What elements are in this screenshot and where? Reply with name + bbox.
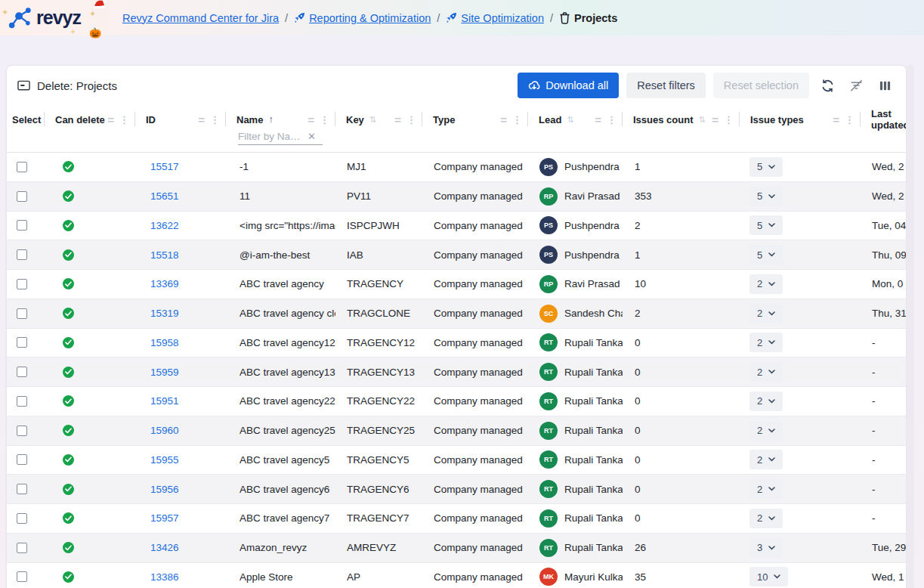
- drag-handle-icon[interactable]: =: [107, 113, 113, 126]
- project-id-link[interactable]: 15960: [150, 425, 179, 436]
- issue-types-dropdown[interactable]: 5: [749, 245, 783, 265]
- issue-types-dropdown[interactable]: 2: [749, 274, 783, 294]
- column-menu-icon[interactable]: ⋮: [210, 114, 220, 125]
- column-header-id[interactable]: ID = ⋮: [135, 108, 226, 131]
- issue-types-dropdown[interactable]: 2: [749, 421, 783, 441]
- column-menu-icon[interactable]: ⋮: [845, 114, 854, 125]
- row-checkbox[interactable]: [17, 249, 27, 260]
- project-id-link[interactable]: 15651: [150, 190, 179, 202]
- lead-avatar: PS: [539, 158, 558, 176]
- sort-icon[interactable]: ⇅: [567, 115, 573, 125]
- issue-types-dropdown[interactable]: 2: [749, 509, 783, 528]
- revyz-logo: ✦ ✦ ✦ revyz 🎃: [0, 6, 113, 30]
- sort-ascending-icon[interactable]: ↑: [268, 114, 273, 125]
- row-checkbox[interactable]: [17, 571, 27, 582]
- column-settings-button[interactable]: [874, 74, 895, 97]
- column-menu-icon[interactable]: ⋮: [724, 114, 734, 125]
- project-id-link[interactable]: 15957: [150, 512, 179, 524]
- last-updated-value: Thu, 09: [861, 249, 906, 261]
- breadcrumb-link-site-optimization[interactable]: Site Optimization: [461, 12, 544, 24]
- breadcrumb-link-command-center[interactable]: Revyz Command Center for Jira: [122, 12, 279, 24]
- drag-handle-icon[interactable]: =: [198, 113, 204, 126]
- chevron-down-icon: [768, 546, 775, 550]
- issue-types-dropdown[interactable]: 2: [749, 479, 783, 499]
- row-checkbox[interactable]: [17, 543, 27, 553]
- project-id-link[interactable]: 15518: [150, 249, 179, 261]
- drag-handle-icon[interactable]: =: [394, 113, 400, 126]
- issue-types-dropdown[interactable]: 3: [749, 538, 783, 558]
- drag-handle-icon[interactable]: =: [500, 113, 506, 126]
- issue-types-dropdown[interactable]: 5: [749, 187, 783, 206]
- row-checkbox[interactable]: [17, 513, 27, 524]
- column-header-issue-types[interactable]: Issue types = ⋮: [740, 108, 861, 131]
- column-menu-icon[interactable]: ⋮: [320, 114, 329, 125]
- column-header-lead[interactable]: Lead ⇅ = ⋮: [528, 108, 623, 131]
- lead-name: Mayuri Kulkarni: [564, 571, 623, 583]
- clear-filter-icon[interactable]: ✕: [307, 131, 316, 142]
- row-checkbox[interactable]: [17, 484, 27, 494]
- row-checkbox[interactable]: [17, 220, 27, 231]
- download-all-button[interactable]: Download all: [518, 73, 619, 98]
- column-header-can-delete[interactable]: Can delete = ⋮: [45, 108, 135, 131]
- refresh-button[interactable]: [817, 74, 838, 97]
- column-menu-icon[interactable]: ⋮: [607, 114, 617, 125]
- drag-handle-icon[interactable]: =: [595, 113, 601, 126]
- last-updated-value: Tue, 29: [861, 542, 906, 553]
- clear-filters-button[interactable]: [845, 74, 867, 97]
- project-id-link[interactable]: 15959: [150, 367, 179, 378]
- project-key: ISPCPJWH: [335, 220, 422, 231]
- row-checkbox[interactable]: [17, 279, 27, 289]
- sort-icon[interactable]: ⇅: [698, 115, 705, 125]
- drag-handle-icon[interactable]: =: [833, 113, 839, 126]
- column-header-type[interactable]: Type = ⋮: [422, 108, 528, 131]
- sort-icon[interactable]: ⇅: [369, 115, 376, 125]
- column-menu-icon[interactable]: ⋮: [119, 114, 129, 125]
- row-checkbox[interactable]: [17, 367, 27, 377]
- issue-types-dropdown[interactable]: 2: [749, 362, 783, 382]
- last-updated-value: Wed, 2: [861, 190, 906, 202]
- issue-types-dropdown[interactable]: 5: [749, 215, 783, 235]
- project-id-link[interactable]: 13622: [150, 220, 179, 231]
- issue-types-dropdown[interactable]: 2: [749, 304, 783, 323]
- drag-handle-icon[interactable]: =: [712, 113, 718, 126]
- project-id-link[interactable]: 13369: [150, 278, 179, 289]
- row-checkbox[interactable]: [17, 191, 27, 202]
- column-menu-icon[interactable]: ⋮: [406, 114, 416, 125]
- issues-count-value: 1: [623, 161, 740, 172]
- can-delete-check-icon: [63, 190, 74, 202]
- project-name: 11: [226, 190, 335, 202]
- breadcrumb: Revyz Command Center for Jira / Reportin…: [122, 12, 617, 24]
- project-id-link[interactable]: 13426: [150, 542, 179, 553]
- project-id-link[interactable]: 13386: [150, 571, 179, 583]
- project-id-link[interactable]: 15958: [150, 337, 179, 348]
- reset-filters-button[interactable]: Reset filters: [626, 73, 706, 98]
- project-id-link[interactable]: 15517: [150, 161, 179, 172]
- vertical-scrollbar[interactable]: [907, 65, 914, 588]
- issue-types-dropdown[interactable]: 2: [749, 333, 783, 352]
- row-checkbox[interactable]: [17, 162, 27, 172]
- project-key: TRAGENCY5: [335, 454, 422, 466]
- issue-types-dropdown[interactable]: 2: [749, 450, 783, 469]
- row-checkbox[interactable]: [17, 426, 27, 436]
- row-checkbox[interactable]: [17, 396, 27, 407]
- row-checkbox[interactable]: [17, 454, 27, 465]
- row-checkbox[interactable]: [17, 337, 27, 348]
- drag-handle-icon[interactable]: =: [307, 113, 314, 126]
- issues-count-value: 0: [623, 512, 740, 524]
- project-id-link[interactable]: 15951: [150, 395, 179, 407]
- column-menu-icon[interactable]: ⋮: [512, 114, 522, 125]
- issue-types-dropdown[interactable]: 5: [749, 157, 783, 177]
- name-filter-input[interactable]: [238, 131, 304, 142]
- row-checkbox[interactable]: [17, 308, 27, 319]
- reset-selection-button[interactable]: Reset selection: [713, 73, 809, 98]
- issue-types-dropdown[interactable]: 10: [749, 567, 788, 586]
- project-id-link[interactable]: 15955: [150, 454, 179, 466]
- issue-types-dropdown[interactable]: 2: [749, 391, 783, 411]
- breadcrumb-link-reporting-optimization[interactable]: Reporting & Optimization: [309, 12, 431, 24]
- column-header-name[interactable]: Name ↑ = ⋮: [226, 108, 335, 131]
- project-id-link[interactable]: 15956: [150, 484, 179, 495]
- column-header-issues-count[interactable]: Issues count ⇅ = ⋮: [623, 108, 740, 131]
- project-id-link[interactable]: 15319: [150, 308, 179, 319]
- column-header-key[interactable]: Key ⇅ = ⋮: [335, 108, 422, 131]
- project-lead: PS Pushpendra Sha: [528, 158, 623, 176]
